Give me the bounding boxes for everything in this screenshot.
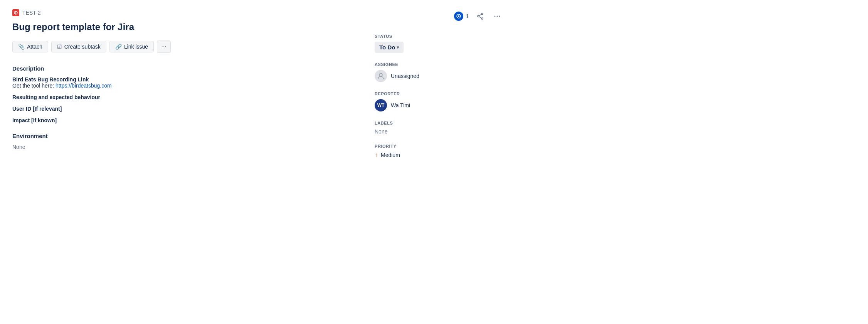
desc-item-3-bold: User ID [If relevant] [12, 106, 359, 112]
desc-item-1-text: Get the tool here: https://birdeatsbug.c… [12, 83, 359, 89]
more-options-button[interactable] [492, 11, 503, 22]
reporter-field: REPORTER WT Wa Timi [375, 91, 506, 111]
svg-line-8 [479, 17, 481, 18]
desc-item-2: Resulting and expected behaviour [12, 94, 359, 100]
labels-field: LABELS None [375, 121, 506, 135]
create-subtask-button[interactable]: ☑ Create subtask [51, 41, 106, 52]
labels-label: LABELS [375, 121, 506, 125]
assignee-avatar [375, 70, 387, 82]
priority-field: PRIORITY ↑ Medium [375, 144, 506, 159]
svg-point-12 [379, 73, 382, 76]
priority-row: ↑ Medium [375, 152, 506, 159]
labels-value: None [375, 128, 387, 135]
status-value: To Do [379, 44, 395, 51]
desc-item-4-bold: Impact [If known] [12, 117, 359, 123]
environment-label: Environment [12, 133, 359, 139]
environment-section: Environment None [12, 133, 359, 150]
environment-value: None [12, 144, 359, 150]
share-icon [476, 12, 484, 20]
svg-point-4 [481, 13, 483, 15]
subtask-icon: ☑ [57, 44, 62, 50]
link-label: Link issue [124, 44, 148, 50]
svg-point-5 [478, 15, 479, 17]
svg-line-7 [479, 14, 481, 16]
ellipsis-icon [493, 12, 501, 20]
description-section: Description Bird Eats Bug Recording Link… [12, 65, 359, 123]
link-icon: 🔗 [115, 44, 122, 50]
priority-value: Medium [381, 152, 400, 158]
desc-item-2-bold: Resulting and expected behaviour [12, 94, 359, 100]
reporter-name: Wa Timi [391, 102, 410, 108]
svg-point-6 [481, 18, 483, 19]
sidebar: 1 STATUS [375, 9, 506, 168]
paperclip-icon: 📎 [18, 44, 25, 50]
desc-item-3: User ID [If relevant] [12, 106, 359, 112]
watch-count: 1 [466, 13, 469, 19]
attach-button[interactable]: 📎 Attach [12, 41, 48, 52]
priority-label: PRIORITY [375, 144, 506, 148]
attach-label: Attach [27, 44, 42, 50]
svg-point-3 [458, 15, 459, 17]
more-actions-button[interactable]: ··· [157, 40, 171, 53]
description-label: Description [12, 65, 359, 72]
subtask-label: Create subtask [64, 44, 101, 50]
assignee-field: ASSIGNEE Unassigned [375, 62, 506, 82]
birdeatsbug-link[interactable]: https://birdeatsbug.com [56, 83, 112, 89]
reporter-avatar: WT [375, 99, 387, 111]
reporter-row: WT Wa Timi [375, 99, 506, 111]
issue-id: TEST-2 [22, 10, 40, 16]
assignee-label: ASSIGNEE [375, 62, 506, 67]
toolbar: 📎 Attach ☑ Create subtask 🔗 Link issue ·… [12, 40, 359, 53]
more-icon: ··· [161, 43, 166, 50]
desc-item-1: Bird Eats Bug Recording Link Get the too… [12, 76, 359, 89]
status-field: STATUS To Do ▾ [375, 34, 506, 53]
bug-type-icon [12, 9, 19, 16]
watch-button[interactable]: 1 [454, 12, 469, 21]
desc-item-1-prefix: Get the tool here: [12, 83, 56, 89]
svg-point-10 [497, 16, 498, 17]
priority-icon: ↑ [375, 152, 378, 159]
sidebar-header: 1 [375, 11, 506, 22]
reporter-label: REPORTER [375, 91, 506, 96]
svg-point-9 [495, 16, 496, 17]
desc-item-4: Impact [If known] [12, 117, 359, 123]
desc-item-1-bold: Bird Eats Bug Recording Link [12, 76, 359, 83]
chevron-down-icon: ▾ [397, 45, 399, 50]
status-label: STATUS [375, 34, 506, 39]
watch-icon [454, 12, 463, 21]
issue-title: Bug report template for Jira [12, 21, 359, 33]
assignee-name: Unassigned [391, 73, 419, 79]
status-dropdown[interactable]: To Do ▾ [375, 42, 404, 53]
assignee-row: Unassigned [375, 70, 506, 82]
svg-point-11 [499, 16, 500, 17]
share-button[interactable] [475, 11, 486, 22]
link-issue-button[interactable]: 🔗 Link issue [109, 41, 154, 52]
